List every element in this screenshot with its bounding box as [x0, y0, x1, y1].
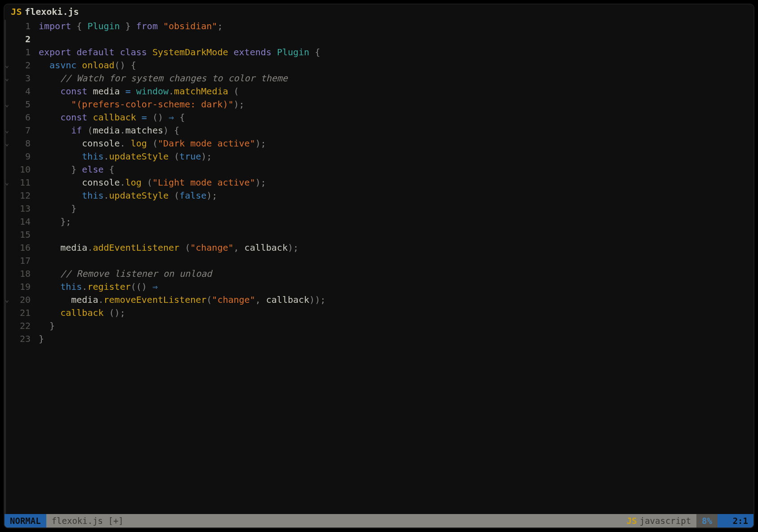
line-number: 1 — [6, 46, 31, 59]
code-line[interactable]: media.removeEventListener("change", call… — [39, 293, 754, 306]
code-line[interactable] — [39, 33, 754, 46]
line-number: 9 — [6, 150, 31, 163]
line-number: 2⌄ — [6, 59, 31, 72]
line-number: 1 — [6, 20, 31, 33]
fold-chevron-icon[interactable]: ⌄ — [5, 124, 9, 137]
line-number: 17 — [6, 254, 31, 267]
code-line[interactable]: "(prefers-color-scheme: dark)"); — [39, 98, 754, 111]
line-number: 14 — [6, 215, 31, 228]
tab-bar: JS flexoki.js — [4, 4, 754, 18]
code-line[interactable]: // Remove listener on unload — [39, 267, 754, 280]
fold-chevron-icon[interactable]: ⌄ — [5, 176, 9, 189]
line-number: 6 — [6, 111, 31, 124]
code-line[interactable]: media.addEventListener ("change", callba… — [39, 241, 754, 254]
line-number: 18 — [6, 267, 31, 280]
code-line[interactable]: const callback = () ⇒ { — [39, 111, 754, 124]
editor-area[interactable]: 1212⌄3⌄45⌄67⌄8⌄91011⌄121314151617181920⌄… — [4, 18, 754, 514]
vim-mode-indicator: NORMAL — [4, 514, 46, 528]
line-number: 11⌄ — [6, 176, 31, 189]
status-language: JS javascript — [621, 514, 696, 528]
code-line[interactable]: this.register(() ⇒ — [39, 280, 754, 293]
status-filename: flexoki.js [+] — [46, 514, 129, 528]
code-line[interactable] — [39, 228, 754, 241]
line-number: 3⌄ — [6, 72, 31, 85]
editor-window: JS flexoki.js 1212⌄3⌄45⌄67⌄8⌄91011⌄12131… — [4, 4, 754, 528]
code-line[interactable]: } — [39, 202, 754, 215]
line-number-gutter: 1212⌄3⌄45⌄67⌄8⌄91011⌄121314151617181920⌄… — [4, 20, 37, 514]
line-number: 20⌄ — [6, 293, 31, 306]
fold-chevron-icon[interactable]: ⌄ — [5, 72, 9, 85]
line-number: 15 — [6, 228, 31, 241]
code-line[interactable]: // Watch for system changes to color the… — [39, 72, 754, 85]
code-line[interactable]: if (media.matches) { — [39, 124, 754, 137]
code-line[interactable]: } else { — [39, 163, 754, 176]
fold-chevron-icon[interactable]: ⌄ — [5, 137, 9, 150]
line-number: 7⌄ — [6, 124, 31, 137]
fold-chevron-icon[interactable]: ⌄ — [5, 98, 9, 111]
line-number: 5⌄ — [6, 98, 31, 111]
code-line[interactable] — [39, 254, 754, 267]
status-bar: NORMAL flexoki.js [+] JS javascript 8% 2… — [4, 514, 754, 528]
code-line[interactable]: }; — [39, 215, 754, 228]
line-number: 23 — [6, 332, 31, 346]
code-line[interactable]: asvnc onload() { — [39, 59, 754, 72]
line-number: 16 — [6, 241, 31, 254]
code-line[interactable]: callback (); — [39, 306, 754, 319]
js-file-icon: JS — [11, 6, 22, 17]
code-line[interactable]: export default class SystemDarkMode exte… — [39, 46, 754, 59]
file-tab[interactable]: JS flexoki.js — [8, 5, 82, 18]
code-line[interactable]: } — [39, 332, 754, 346]
line-number: 13 — [6, 202, 31, 215]
js-lang-icon: JS — [627, 516, 637, 526]
line-number: 2 — [6, 33, 31, 46]
code-line[interactable]: import { Plugin } from "obsidian"; — [39, 20, 754, 33]
code-line[interactable]: const media = window.matchMedia ( — [39, 85, 754, 98]
status-spacer — [129, 514, 621, 528]
fold-chevron-icon[interactable]: ⌄ — [5, 59, 9, 72]
status-language-name: javascript — [640, 516, 691, 526]
status-scroll-percent: 8% — [696, 514, 718, 528]
code-line[interactable]: console. log ("Dark mode active"); — [39, 137, 754, 150]
tab-filename: flexoki.js — [25, 6, 79, 17]
status-cursor-position: 2:1 — [718, 514, 754, 528]
code-line[interactable]: console.log ("Light mode active"); — [39, 176, 754, 189]
code-line[interactable]: this.updateStyle (false); — [39, 189, 754, 202]
line-number: 21 — [6, 306, 31, 319]
line-number: 22 — [6, 319, 31, 332]
line-number: 4 — [6, 85, 31, 98]
line-number: 8⌄ — [6, 137, 31, 150]
code-content[interactable]: import { Plugin } from "obsidian"; expor… — [37, 20, 754, 514]
code-line[interactable]: } — [39, 319, 754, 332]
line-number: 19 — [6, 280, 31, 293]
line-number: 10 — [6, 163, 31, 176]
fold-chevron-icon[interactable]: ⌄ — [5, 293, 9, 306]
line-number: 12 — [6, 189, 31, 202]
code-line[interactable]: this.updateStyle (true); — [39, 150, 754, 163]
